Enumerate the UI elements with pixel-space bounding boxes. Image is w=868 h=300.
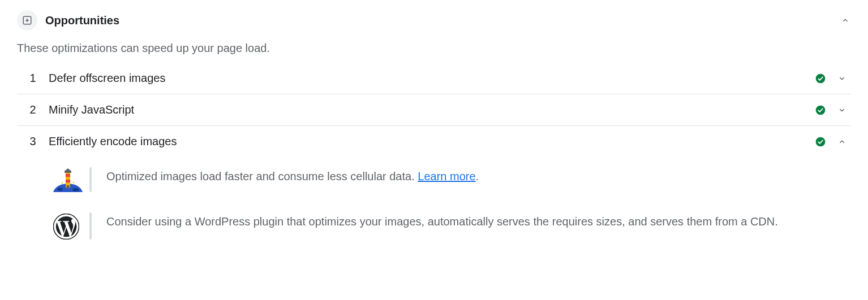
opportunities-icon <box>17 10 37 31</box>
chevron-up-icon[interactable] <box>840 15 851 26</box>
svg-point-9 <box>73 182 74 183</box>
chevron-up-icon[interactable] <box>836 136 848 147</box>
pass-check-icon <box>815 136 826 147</box>
row-right <box>815 136 851 147</box>
row-title: Defer offscreen images <box>49 72 815 85</box>
svg-point-7 <box>72 188 79 192</box>
svg-point-3 <box>816 73 826 83</box>
row-title: Minify JavaScript <box>49 103 815 116</box>
row-title: Efficiently encode images <box>49 135 815 148</box>
svg-point-6 <box>57 188 63 191</box>
row-index: 1 <box>17 72 49 85</box>
opportunity-row-minify-js[interactable]: 2 Minify JavaScript <box>17 94 851 125</box>
detail-text: Optimized images load faster and consume… <box>106 167 851 186</box>
row-index: 3 <box>17 135 49 148</box>
opportunity-row-encode-images[interactable]: 3 Efficiently encode images <box>17 125 851 157</box>
svg-point-5 <box>816 137 826 146</box>
lighthouse-icon <box>53 167 89 192</box>
detail-lighthouse: Optimized images load faster and consume… <box>17 157 851 202</box>
opportunity-row-defer-offscreen[interactable]: 1 Defer offscreen images <box>17 63 851 94</box>
detail-wordpress: Consider using a WordPress plugin that o… <box>17 202 851 250</box>
svg-rect-14 <box>65 171 71 173</box>
opportunities-section-header[interactable]: Opportunities <box>17 6 851 35</box>
svg-rect-12 <box>66 174 70 177</box>
wordpress-icon <box>53 212 89 240</box>
svg-rect-13 <box>66 180 70 182</box>
detail-text-body: Optimized images load faster and consume… <box>106 170 418 182</box>
detail-divider <box>89 212 92 240</box>
pass-check-icon <box>815 73 826 84</box>
pass-check-icon <box>815 105 826 116</box>
row-index: 2 <box>17 103 49 116</box>
chevron-down-icon[interactable] <box>836 73 848 84</box>
svg-point-8 <box>62 182 63 184</box>
svg-rect-16 <box>67 185 70 189</box>
row-right <box>815 105 851 116</box>
svg-point-4 <box>816 105 826 115</box>
svg-point-10 <box>78 185 79 186</box>
detail-divider <box>89 167 92 192</box>
chevron-down-icon[interactable] <box>836 105 848 116</box>
svg-marker-15 <box>65 168 71 171</box>
detail-text: Consider using a WordPress plugin that o… <box>106 212 851 231</box>
row-right <box>815 73 851 84</box>
detail-text-period: . <box>476 170 479 182</box>
section-title: Opportunities <box>45 14 832 27</box>
learn-more-link[interactable]: Learn more <box>418 170 475 182</box>
section-subtext: These optimizations can speed up your pa… <box>17 35 851 63</box>
